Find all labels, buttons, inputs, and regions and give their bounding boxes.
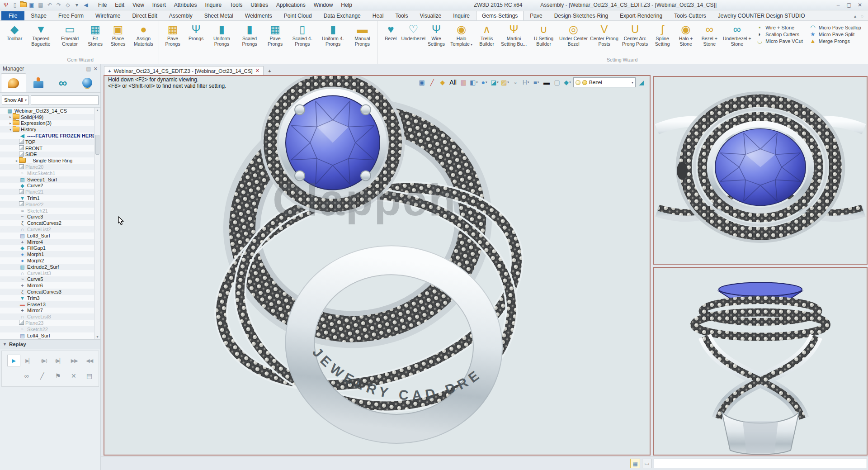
ribbon-tab[interactable]: Assembly xyxy=(164,11,198,20)
tree-item[interactable]: ▥ Extrude2_Surf xyxy=(0,264,94,270)
menu-item[interactable]: View xyxy=(129,1,148,9)
tree-item[interactable]: FRONT xyxy=(0,145,94,152)
ribbon-button[interactable]: ◉ Halo Template ▾ xyxy=(448,21,475,47)
replay-rewind-icon[interactable]: ◀◀ xyxy=(83,355,96,366)
flag-icon[interactable]: ◢ xyxy=(637,78,646,87)
show-filter-dropdown[interactable]: Show All ▾ xyxy=(2,95,29,105)
ribbon-tab[interactable]: Tools-Cutters xyxy=(669,11,712,20)
tree-item[interactable]: ● Morph2 xyxy=(0,257,94,264)
menu-item[interactable]: Applications xyxy=(273,1,309,9)
ribbon-button[interactable]: ◡ Micro Pave VCut xyxy=(755,38,804,44)
tree-item[interactable]: ζ ConcatCurves2 xyxy=(0,220,94,226)
ribbon-button[interactable]: ∪ U Setting Builder xyxy=(529,21,558,47)
new-tab-button[interactable]: + xyxy=(264,67,276,75)
manager-tab[interactable] xyxy=(26,73,51,92)
menu-item[interactable]: Tools xyxy=(226,1,246,9)
ribbon-button[interactable]: ▼ Tapered Baguette xyxy=(26,21,56,47)
menu-item[interactable]: Help xyxy=(337,1,356,9)
menu-item[interactable]: Inquire xyxy=(202,1,226,9)
redo-icon[interactable]: ↷ xyxy=(55,1,63,9)
tree-item[interactable]: ◀ -----FEATURE FROZEN HERE----- xyxy=(0,133,94,139)
ring-3d-model[interactable]: JEWELRY CAD DRE xyxy=(104,76,650,455)
tree-item[interactable]: ◆ FillGap1 xyxy=(0,245,94,252)
scrollbar-thumb[interactable] xyxy=(95,135,99,155)
tree-item[interactable]: SIDE xyxy=(0,152,94,158)
ribbon-button[interactable]: ∫ Spline Setting xyxy=(651,21,675,47)
ribbon-tab[interactable]: Export-Rendering xyxy=(614,11,668,20)
minimize-icon[interactable]: – xyxy=(835,2,842,8)
expander-icon[interactable]: ▾ xyxy=(8,128,13,132)
tree-item[interactable]: Plane21 xyxy=(0,189,94,195)
print-icon[interactable]: ▤ xyxy=(37,1,45,9)
ribbon-button[interactable]: ∞ Underbezel + Stone xyxy=(722,21,752,47)
ribbon-button[interactable]: ▪ Wire + Stone xyxy=(755,24,804,31)
menu-item[interactable]: Attributes xyxy=(170,1,201,9)
replay-play-from-icon[interactable]: (▶) xyxy=(38,355,51,366)
tree-item[interactable]: ▬ Erase13 xyxy=(0,301,94,308)
tree-item[interactable]: ≈ Sketch22 xyxy=(0,326,94,332)
restore-icon[interactable]: ▢ xyxy=(845,2,853,8)
ribbon-button[interactable]: ▭ Emerald Creator xyxy=(56,21,84,47)
replay-section-header[interactable]: ▼ Replay xyxy=(0,340,100,349)
tree-item[interactable]: Plane22 xyxy=(0,201,94,208)
view-manager-icon[interactable]: ◇ xyxy=(64,1,72,9)
tree-item[interactable]: + Mirror7 xyxy=(0,308,94,314)
scroll-up-icon[interactable]: ▲ xyxy=(94,109,100,112)
suppress-box-icon[interactable]: ▤ xyxy=(83,370,96,382)
close-icon[interactable]: ✕ xyxy=(94,66,98,72)
side-view-viewport[interactable] xyxy=(653,267,868,456)
tree-item[interactable]: ▤ Loft3_Surf xyxy=(0,233,94,239)
ribbon-button[interactable]: ♥ Bezel xyxy=(379,21,402,42)
zw3d-logo-icon[interactable]: Ψ xyxy=(2,1,10,9)
ribbon-button[interactable]: ▣ Place Stones xyxy=(107,21,130,47)
tree-item[interactable]: ▧ Sweep1_Surf xyxy=(0,176,94,183)
ribbon-tab[interactable]: File xyxy=(1,11,24,20)
tree-item[interactable]: ≈ Sketch21 xyxy=(0,208,94,214)
ribbon-tab[interactable]: Pave xyxy=(524,11,547,20)
tree-item[interactable]: ∩ CurveList3 xyxy=(0,270,94,276)
menu-item[interactable]: Window xyxy=(310,1,337,9)
save-icon[interactable]: ▣ xyxy=(28,1,36,9)
menu-item[interactable]: Insert xyxy=(149,1,170,9)
expander-icon[interactable]: ▸ xyxy=(8,121,13,125)
tree-item[interactable]: ▼ Trim3 xyxy=(0,295,94,301)
expander-icon[interactable]: ▸ xyxy=(14,159,19,163)
output-window-icon[interactable]: ▭ xyxy=(642,459,652,468)
tree-item[interactable]: ζ ConcatCurves3 xyxy=(0,289,94,295)
ribbon-button[interactable]: ∞ Bezel + Stone xyxy=(697,21,722,47)
ribbon-tab[interactable]: Inquire xyxy=(448,11,475,20)
ribbon-button[interactable]: ▦ Pave Prongs xyxy=(160,21,184,47)
ribbon-button[interactable]: ♡ Underbezel xyxy=(402,21,425,42)
ribbon-tab[interactable]: Sheet Metal xyxy=(199,11,239,20)
ribbon-tab[interactable]: Tools xyxy=(390,11,413,20)
tree-item[interactable]: + Mirror4 xyxy=(0,239,94,245)
dropdown-icon[interactable]: ▾ xyxy=(73,1,81,9)
help-icon[interactable]: ◌ xyxy=(861,14,863,19)
replay-play-through-icon[interactable]: (▶▏ xyxy=(53,355,66,366)
ribbon-button[interactable]: ● Assign Materials xyxy=(129,21,157,47)
main-viewport[interactable]: Hold down <F2> for dynamic viewing. <F8>… xyxy=(104,75,651,456)
ribbon-tab[interactable]: Jewelry COUNTER Design STUDIO xyxy=(712,11,811,20)
replay-play-icon[interactable]: ▶ xyxy=(7,355,20,366)
tree-item[interactable]: ∩ CurveList2 xyxy=(0,226,94,233)
replay-step-icon[interactable]: ▶▏ xyxy=(23,355,36,366)
entity-filter-combobox[interactable]: Bezel ▾ xyxy=(573,77,636,87)
ribbon-button[interactable]: ▯ Scaled 4-Prongs xyxy=(287,21,317,47)
tree-item[interactable]: ~ Curve3 xyxy=(0,214,94,220)
delete-icon[interactable]: ✕ xyxy=(67,370,80,382)
edit-pencil-icon[interactable]: ╱ xyxy=(36,370,49,382)
ribbon-tab[interactable]: Wireframe xyxy=(90,11,126,20)
manager-search-input[interactable] xyxy=(31,95,99,105)
document-tab[interactable]: + Webinar_Oct23_14_CS_EDIT.Z3 - [Webinar… xyxy=(104,66,264,75)
ribbon-button[interactable]: Ψ Martini Setting Bu... xyxy=(499,21,529,47)
tree-item[interactable]: ▼ Trim1 xyxy=(0,195,94,201)
ribbon-button[interactable]: ◗ Scallop Cutters xyxy=(755,31,804,38)
close-icon[interactable]: ✕ xyxy=(255,68,259,74)
ribbon-button[interactable]: ▮ Uniform Prongs xyxy=(208,21,236,47)
ribbon-tab[interactable]: Shape xyxy=(25,11,52,20)
history-chain-icon[interactable]: ∞ xyxy=(20,370,33,382)
chevron-up-icon[interactable]: ▴ xyxy=(854,14,856,19)
close-icon[interactable]: ✕ xyxy=(856,2,863,8)
ribbon-tab[interactable]: Design-Sketches-Ring xyxy=(549,11,613,20)
tree-item[interactable]: ▤ Loft4_Surf xyxy=(0,332,94,339)
